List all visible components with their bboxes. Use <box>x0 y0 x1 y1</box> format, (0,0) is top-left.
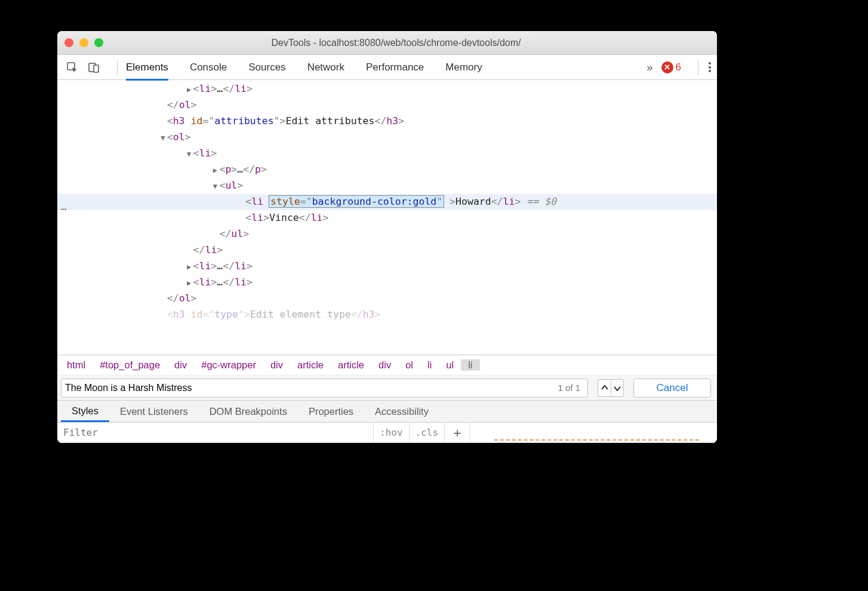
tab-elements[interactable]: Elements <box>126 61 168 81</box>
styles-content <box>470 423 717 442</box>
cls-toggle[interactable]: .cls <box>410 423 445 442</box>
dom-row[interactable]: </ul> <box>57 226 717 242</box>
subtab-event-listeners[interactable]: Event Listeners <box>109 406 199 417</box>
dom-row[interactable]: ▼<ul> <box>57 178 717 194</box>
zoom-window-button[interactable] <box>94 38 103 47</box>
breadcrumb-item[interactable]: html <box>60 359 93 371</box>
breadcrumb-item[interactable]: ul <box>439 359 461 371</box>
more-tabs-icon[interactable]: » <box>647 61 653 74</box>
search-prev-button[interactable] <box>598 379 611 397</box>
dom-tree-panel[interactable]: … ▶<li>…</li> </ol> <h3 id="attributes">… <box>57 80 717 355</box>
tab-performance[interactable]: Performance <box>366 61 424 73</box>
styles-filter-input[interactable] <box>63 427 367 438</box>
dom-row[interactable]: ▼<ol> <box>57 130 717 146</box>
styles-filter-bar: :hov .cls ＋ <box>57 423 717 443</box>
subtab-properties[interactable]: Properties <box>298 406 364 417</box>
gutter-ellipsis-icon[interactable]: … <box>61 199 67 215</box>
dom-row[interactable]: <li>Vince</li> <box>57 210 717 226</box>
searchbar: 1 of 1 Cancel <box>57 375 717 400</box>
close-window-button[interactable] <box>64 38 73 47</box>
breadcrumb-item[interactable]: #top_of_page <box>93 359 167 371</box>
dom-row[interactable]: </li> <box>57 242 717 258</box>
dom-row[interactable]: <h3 id="attributes">Edit attributes</h3> <box>57 113 717 130</box>
toolbar-divider <box>117 60 118 75</box>
device-toggle-icon[interactable] <box>87 61 100 74</box>
hov-toggle[interactable]: :hov <box>374 423 410 442</box>
dom-breadcrumb: html#top_of_pagediv#gc-wrapperdivarticle… <box>57 355 717 375</box>
breadcrumb-item[interactable]: article <box>331 359 371 371</box>
titlebar: DevTools - localhost:8080/web/tools/chro… <box>57 31 717 55</box>
subtab-dom-breakpoints[interactable]: DOM Breakpoints <box>199 406 298 417</box>
breadcrumb-item[interactable]: #gc-wrapper <box>194 359 263 371</box>
svg-rect-2 <box>94 65 99 72</box>
tab-sources[interactable]: Sources <box>248 61 285 73</box>
styles-subtabs: StylesEvent ListenersDOM BreakpointsProp… <box>57 400 717 423</box>
dom-row[interactable]: </ol> <box>57 291 717 307</box>
devtools-window: DevTools - localhost:8080/web/tools/chro… <box>57 31 717 443</box>
breadcrumb-item[interactable]: div <box>371 359 398 371</box>
dom-row[interactable]: </ol> <box>57 97 717 113</box>
dom-row[interactable]: ▶<li>…</li> <box>57 275 717 291</box>
subtab-styles[interactable]: Styles <box>61 405 109 422</box>
inspect-element-icon[interactable] <box>66 61 79 74</box>
breadcrumb-item[interactable]: ol <box>398 359 420 371</box>
dom-row[interactable]: ▶<p>…</p> <box>57 162 717 178</box>
search-input[interactable] <box>65 383 554 393</box>
error-count[interactable]: 6 <box>676 61 681 73</box>
dashed-separator <box>494 439 699 441</box>
toolbar-divider <box>698 60 698 75</box>
minimize-window-button[interactable] <box>79 38 88 47</box>
dom-row[interactable]: ▶<li>…</li> <box>57 258 717 275</box>
tab-console[interactable]: Console <box>190 61 227 73</box>
error-icon[interactable]: ✕ <box>661 61 673 73</box>
search-match-count: 1 of 1 <box>558 383 580 393</box>
add-style-rule-icon[interactable]: ＋ <box>445 424 470 442</box>
breadcrumb-item[interactable]: li <box>461 359 479 371</box>
kebab-menu-icon[interactable] <box>707 61 712 74</box>
dom-row[interactable]: ▶<li>…</li> <box>57 81 717 97</box>
dom-row[interactable]: ▼<li> <box>57 146 717 162</box>
subtab-accessibility[interactable]: Accessibility <box>364 406 439 417</box>
search-box: 1 of 1 <box>61 378 588 398</box>
tab-memory[interactable]: Memory <box>445 61 482 73</box>
main-toolbar: ElementsConsoleSourcesNetworkPerformance… <box>57 55 717 80</box>
breadcrumb-item[interactable]: div <box>263 359 290 371</box>
breadcrumb-item[interactable]: div <box>167 359 194 371</box>
search-next-button[interactable] <box>611 379 624 397</box>
tab-network[interactable]: Network <box>307 61 344 73</box>
breadcrumb-item[interactable]: article <box>290 359 331 371</box>
window-title: DevTools - localhost:8080/web/tools/chro… <box>109 38 683 48</box>
dom-row[interactable]: <li style="background-color:gold" >Howar… <box>57 194 717 210</box>
breadcrumb-item[interactable]: li <box>420 359 439 371</box>
dom-row[interactable]: <h3 id="type">Edit element type</h3> <box>57 307 717 323</box>
cancel-button[interactable]: Cancel <box>633 378 711 398</box>
